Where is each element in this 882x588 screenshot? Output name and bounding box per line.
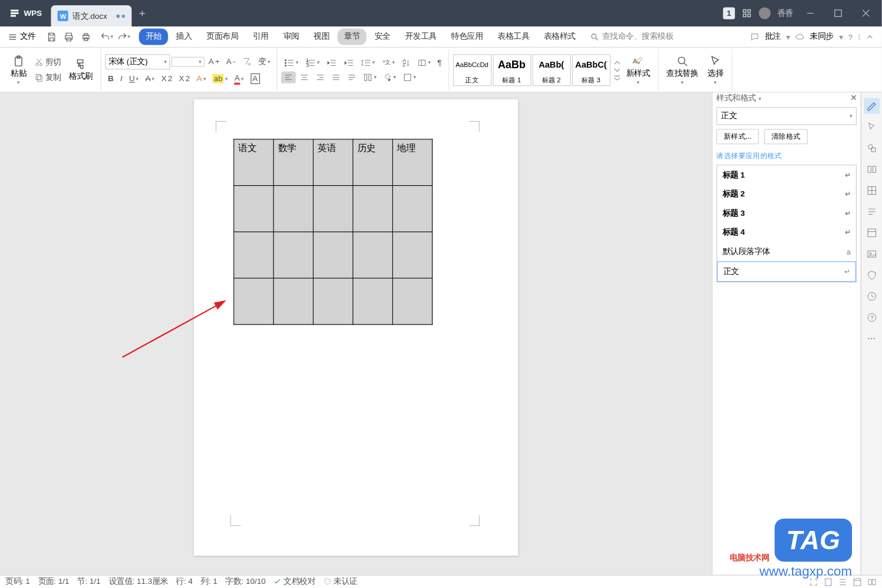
- table-cell[interactable]: [234, 186, 274, 232]
- text-direction-button[interactable]: ᴬ文▾: [379, 56, 398, 68]
- superscript-button[interactable]: X2: [159, 73, 175, 85]
- table-cell[interactable]: 地理: [393, 139, 433, 186]
- menu-item-6[interactable]: 章节: [338, 28, 367, 45]
- table-cell[interactable]: [393, 278, 433, 325]
- strikethrough-button[interactable]: A▾: [143, 73, 158, 85]
- view-web-icon[interactable]: [853, 577, 862, 587]
- apps-icon[interactable]: [741, 8, 752, 19]
- align-center-button[interactable]: [297, 71, 312, 83]
- select-button[interactable]: 选择▾: [703, 54, 727, 86]
- status-pageno[interactable]: 页码: 1: [5, 576, 30, 587]
- rail-reading-icon[interactable]: [864, 204, 880, 220]
- table-cell[interactable]: [313, 186, 353, 232]
- sync-label[interactable]: 未同步: [810, 31, 834, 42]
- bullets-button[interactable]: ▾: [281, 56, 301, 68]
- table-cell[interactable]: [234, 278, 274, 325]
- style-row-2[interactable]: 标题 3↵: [717, 204, 856, 223]
- add-tab-button[interactable]: ＋: [132, 3, 153, 24]
- menu-item-3[interactable]: 引用: [246, 28, 276, 45]
- grow-font-button[interactable]: A+: [206, 56, 222, 68]
- columns-button[interactable]: ▾: [360, 71, 379, 83]
- line-spacing-button[interactable]: ▾: [358, 56, 378, 68]
- menu-item-7[interactable]: 安全: [368, 28, 397, 45]
- style-box-2[interactable]: AaBb(标题 2: [532, 54, 570, 86]
- menu-item-8[interactable]: 开发工具: [398, 28, 443, 45]
- font-size-select[interactable]: ▾: [171, 56, 204, 66]
- borders-button[interactable]: ▾: [400, 71, 419, 83]
- tabs-button[interactable]: ▾: [415, 56, 433, 68]
- decrease-indent-button[interactable]: [323, 56, 339, 68]
- wps-logo[interactable]: WPS: [0, 8, 51, 19]
- style-box-1[interactable]: AaBb标题 1: [493, 54, 531, 86]
- style-row-5[interactable]: 正文↵: [717, 261, 856, 282]
- copy-button[interactable]: 复制: [32, 71, 64, 85]
- help-icon[interactable]: ?: [848, 32, 853, 42]
- numbering-button[interactable]: 123▾: [302, 56, 322, 68]
- style-row-1[interactable]: 标题 2↵: [717, 185, 856, 204]
- menu-item-4[interactable]: 审阅: [276, 28, 306, 45]
- file-menu[interactable]: 文件: [4, 31, 40, 42]
- minimize-button[interactable]: [797, 4, 824, 24]
- char-border-button[interactable]: A: [248, 72, 262, 86]
- status-cert[interactable]: 未认证: [323, 576, 358, 587]
- table-cell[interactable]: [393, 232, 433, 278]
- status-section[interactable]: 节: 1/1: [77, 576, 101, 587]
- current-style-select[interactable]: 正文 ▾: [716, 107, 857, 125]
- align-left-button[interactable]: [281, 71, 296, 83]
- style-box-0[interactable]: AaBbCcDd正文: [453, 54, 491, 86]
- view-read-icon[interactable]: [867, 577, 877, 587]
- find-replace-button[interactable]: 查找替换▾: [663, 54, 703, 86]
- cloud-sync-icon[interactable]: [796, 32, 805, 42]
- user-avatar[interactable]: [759, 7, 770, 19]
- increase-indent-button[interactable]: [340, 56, 356, 68]
- style-row-4[interactable]: 默认段落字体a: [717, 242, 856, 262]
- collapse-ribbon-icon[interactable]: [866, 33, 874, 41]
- table-cell[interactable]: 英语: [313, 139, 353, 186]
- comment-label[interactable]: 批注: [765, 31, 781, 42]
- maximize-button[interactable]: [825, 4, 851, 24]
- table-cell[interactable]: [234, 232, 274, 278]
- table-cell[interactable]: [353, 186, 393, 232]
- status-page[interactable]: 页面: 1/1: [38, 576, 69, 587]
- menu-item-5[interactable]: 视图: [307, 28, 336, 45]
- table-cell[interactable]: [313, 278, 353, 325]
- sort-button[interactable]: AZ: [399, 56, 413, 68]
- align-right-button[interactable]: [313, 71, 328, 83]
- rail-shape-icon[interactable]: [864, 141, 880, 156]
- status-proof[interactable]: 文档校对: [273, 576, 315, 587]
- style-box-3[interactable]: AaBbC(标题 3: [572, 54, 610, 86]
- font-color-button[interactable]: A▾: [232, 72, 246, 86]
- rail-help-icon[interactable]: ?: [864, 310, 880, 326]
- status-wordcount[interactable]: 字数: 10/10: [225, 576, 265, 587]
- gallery-down-icon[interactable]: [613, 66, 621, 73]
- notification-badge[interactable]: 1: [723, 7, 735, 19]
- show-marks-button[interactable]: ¶: [435, 56, 444, 68]
- table-cell[interactable]: [273, 278, 313, 325]
- menu-item-1[interactable]: 插入: [169, 28, 199, 45]
- table-cell[interactable]: [273, 232, 313, 278]
- align-justify-button[interactable]: [329, 71, 343, 83]
- menu-item-11[interactable]: 表格样式: [537, 28, 583, 45]
- new-style-button[interactable]: Aₐ 新样式▾: [622, 54, 654, 86]
- document-canvas[interactable]: 语文数学英语历史地理: [0, 93, 712, 575]
- rail-styles-icon[interactable]: [864, 98, 880, 114]
- menu-item-10[interactable]: 表格工具: [491, 28, 536, 45]
- redo-button[interactable]: ▾: [115, 28, 132, 45]
- doc-table[interactable]: 语文数学英语历史地理: [233, 139, 433, 325]
- save-button[interactable]: [43, 28, 60, 45]
- font-name-select[interactable]: 宋体 (正文)▾: [105, 54, 170, 69]
- rail-select-icon[interactable]: [864, 119, 880, 135]
- style-row-3[interactable]: 标题 4↵: [717, 223, 856, 242]
- clear-format-button[interactable]: [239, 56, 254, 68]
- text-effects-button[interactable]: A▾: [194, 73, 209, 85]
- chat-icon[interactable]: [750, 32, 760, 42]
- new-style-panel-button[interactable]: 新样式...: [716, 129, 759, 144]
- rail-history-icon[interactable]: [864, 289, 880, 305]
- rail-property-icon[interactable]: [864, 162, 880, 178]
- print-preview-button[interactable]: [60, 28, 77, 45]
- rail-more-icon[interactable]: ⋯: [864, 331, 880, 347]
- highlight-button[interactable]: ab▾: [210, 73, 230, 85]
- table-cell[interactable]: [273, 186, 313, 232]
- subscript-button[interactable]: X2: [176, 73, 193, 85]
- shrink-font-button[interactable]: A-: [223, 56, 238, 68]
